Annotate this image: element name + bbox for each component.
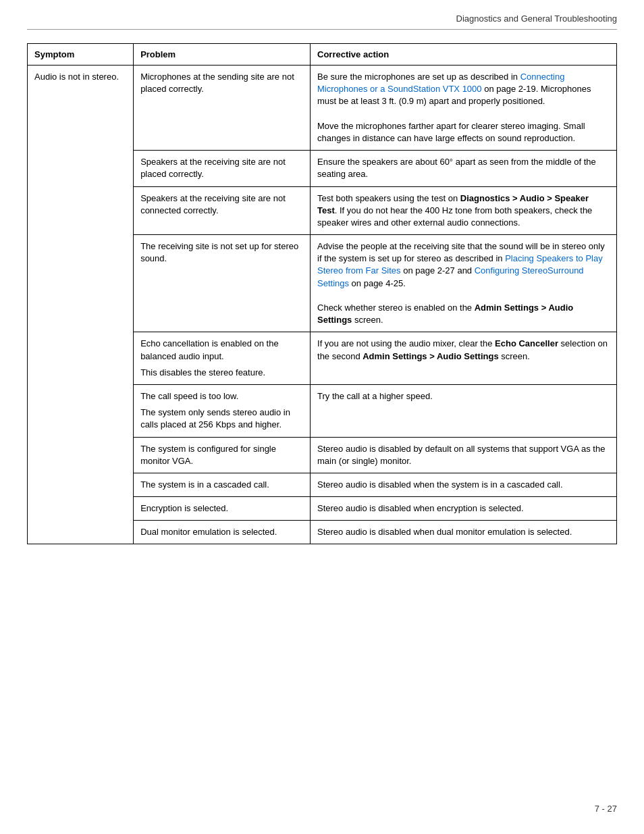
table-header-row: Symptom Problem Corrective action: [28, 44, 617, 66]
bold-text: Admin Settings > Audio Settings: [317, 303, 573, 325]
action-cell: Be sure the microphones are set up as de…: [311, 66, 617, 151]
problem-cell: Speakers at the receiving site are not p…: [134, 151, 311, 186]
page-footer: 7 - 27: [595, 804, 617, 814]
problem-cell: Speakers at the receiving site are not c…: [134, 186, 311, 235]
action-text: Test both speakers using the test on Dia…: [317, 192, 610, 230]
action-text: Ensure the speakers are about 60° apart …: [317, 156, 610, 180]
action-cell: If you are not using the audio mixer, cl…: [311, 332, 617, 385]
problem-cell: Echo cancellation is enabled on the bala…: [134, 332, 311, 385]
action-cell: Stereo audio is disabled when the system…: [311, 473, 617, 496]
problem-text-2: The system only sends stereo audio in ca…: [140, 407, 303, 431]
action-cell: Advise the people at the receiving site …: [311, 235, 617, 332]
bold-text-2: Admin Settings > Audio Settings: [363, 351, 498, 361]
page-number: 7 - 27: [595, 804, 617, 814]
bold-text: Echo Canceller: [495, 338, 558, 348]
header-title: Diagnostics and General Troubleshooting: [456, 14, 617, 24]
action-text: Stereo audio is disabled when the system…: [317, 479, 610, 491]
table-row: Audio is not in stereo. Microphones at t…: [28, 66, 617, 151]
problem-cell: Encryption is selected.: [134, 497, 311, 521]
connecting-microphones-link[interactable]: Connecting Microphones or a SoundStation…: [317, 72, 564, 94]
action-cell: Try the call at a higher speed.: [311, 384, 617, 437]
action-cell: Stereo audio is disabled when encryption…: [311, 497, 617, 521]
action-text-2: Move the microphones farther apart for c…: [317, 120, 610, 145]
bold-text: Diagnostics > Audio > Speaker Test: [317, 193, 589, 215]
col-symptom-header: Symptom: [28, 44, 134, 66]
problem-cell: The system is configured for single moni…: [134, 437, 311, 473]
col-problem-header: Problem: [134, 44, 311, 66]
action-text: Stereo audio is disabled when dual monit…: [317, 526, 610, 538]
problem-cell: Microphones at the sending site are not …: [134, 66, 311, 151]
main-table: Symptom Problem Corrective action Audio …: [27, 43, 617, 544]
action-cell: Stereo audio is disabled when dual monit…: [311, 521, 617, 544]
action-text: Stereo audio is disabled when encryption…: [317, 502, 610, 515]
problem-text-1: Echo cancellation is enabled on the bala…: [140, 338, 303, 362]
problem-cell: The system is in a cascaded call.: [134, 473, 311, 496]
problem-cell: The receiving site is not set up for ste…: [134, 235, 311, 332]
action-text: Stereo audio is disabled by default on a…: [317, 443, 610, 467]
action-text: Try the call at a higher speed.: [317, 390, 610, 402]
col-action-header: Corrective action: [311, 44, 617, 66]
problem-text-1: The call speed is too low.: [140, 390, 303, 402]
action-cell: Test both speakers using the test on Dia…: [311, 186, 617, 235]
action-text: Be sure the microphones are set up as de…: [317, 71, 610, 108]
page-header: Diagnostics and General Troubleshooting: [27, 14, 617, 30]
page-container: Diagnostics and General Troubleshooting …: [0, 0, 644, 834]
action-cell: Stereo audio is disabled by default on a…: [311, 437, 617, 473]
action-cell: Ensure the speakers are about 60° apart …: [311, 151, 617, 186]
symptom-cell: Audio is not in stereo.: [28, 66, 134, 544]
action-text: Advise the people at the receiving site …: [317, 240, 610, 290]
problem-cell: Dual monitor emulation is selected.: [134, 521, 311, 544]
problem-cell: The call speed is too low. The system on…: [134, 384, 311, 437]
action-text: If you are not using the audio mixer, cl…: [317, 338, 610, 362]
action-text-2: Check whether stereo is enabled on the A…: [317, 302, 610, 326]
problem-text-2: This disables the stereo feature.: [140, 367, 303, 379]
